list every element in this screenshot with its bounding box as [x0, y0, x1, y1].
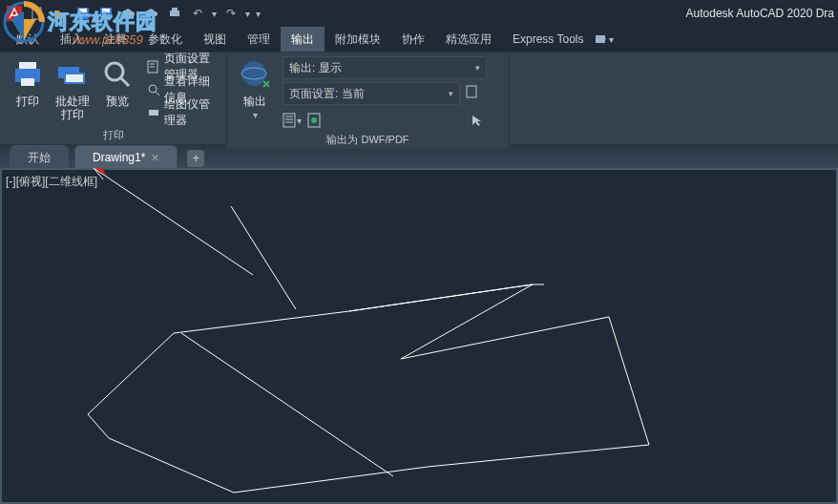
svg-rect-14: [66, 74, 83, 82]
close-icon[interactable]: ✕: [151, 152, 159, 164]
output-display-label: 输出: 显示: [289, 60, 342, 76]
page-edit-icon[interactable]: [463, 82, 482, 101]
ribbon: 打印 批处理 打印 预览 页面设置管理器 查看详细信息: [0, 52, 838, 144]
svg-rect-6: [170, 10, 179, 16]
tab-drawing1[interactable]: Drawing1* ✕: [74, 145, 178, 169]
watermark-url: www.pc0359: [73, 32, 143, 47]
chevron-down-icon: ▾: [475, 63, 480, 73]
plot-icon[interactable]: [166, 5, 183, 22]
svg-line-16: [121, 78, 129, 86]
cloud-open-icon[interactable]: [120, 5, 137, 22]
plotter-icon: [147, 105, 160, 120]
menu-parametric[interactable]: 参数化: [137, 27, 193, 52]
plotter-manager-button[interactable]: 绘图仪管理器: [143, 102, 217, 123]
plot-label: 打印: [16, 94, 39, 108]
plot-button[interactable]: 打印: [6, 56, 50, 125]
redo-dd-icon[interactable]: ▾: [245, 9, 250, 19]
svg-rect-1: [32, 8, 41, 19]
svg-point-28: [311, 117, 317, 123]
svg-rect-7: [172, 8, 178, 10]
export-label: 输出▾: [243, 94, 266, 122]
svg-line-29: [94, 168, 253, 275]
drawing-canvas: [0, 168, 838, 504]
ribbon-panel-export: 输出▾ 输出: 显示 ▾ 页面设置: 当前 ▾ ▾: [227, 52, 510, 144]
export-pdf-icon[interactable]: [305, 111, 325, 130]
page-setup-icon: [147, 59, 160, 74]
saveas-icon[interactable]: [97, 5, 115, 22]
preview-button[interactable]: 预览: [95, 56, 139, 125]
svg-rect-5: [102, 9, 110, 12]
svg-point-15: [106, 63, 123, 80]
save-icon[interactable]: [74, 5, 92, 22]
window-title: Autodesk AutoCAD 2020 Dra: [686, 0, 834, 27]
preview-label: 预览: [106, 94, 129, 108]
svg-line-31: [231, 206, 296, 309]
chevron-down-icon: ▾: [449, 89, 453, 98]
svg-rect-22: [149, 110, 158, 116]
menu-addins[interactable]: 附加模块: [325, 27, 391, 52]
svg-rect-10: [19, 62, 36, 69]
page-setting-label: 页面设置: 当前: [289, 86, 365, 102]
page-setting-dropdown[interactable]: 页面设置: 当前 ▾: [283, 82, 460, 105]
batch-plot-label: 批处理 打印: [55, 94, 90, 121]
menu-express[interactable]: Express Tools: [502, 27, 594, 52]
new-icon[interactable]: [29, 5, 46, 22]
export-icon: [239, 58, 271, 91]
svg-rect-3: [79, 9, 87, 12]
svg-rect-25: [467, 86, 476, 97]
export-dwf-icon[interactable]: ▾: [283, 111, 302, 130]
batch-plot-icon: [56, 58, 89, 91]
arrow-select-icon[interactable]: [468, 111, 487, 130]
svg-line-33: [349, 284, 533, 311]
app-menu-icon[interactable]: [6, 5, 23, 22]
title-bar: ↶▾ ↷▾ ▾ Autodesk AutoCAD 2020 Dra: [0, 0, 838, 27]
svg-rect-11: [21, 78, 34, 86]
menu-default[interactable]: 默认: [6, 27, 50, 52]
ribbon-panel-print: 打印 批处理 打印 预览 页面设置管理器 查看详细信息: [0, 52, 227, 144]
tab-start[interactable]: 开始: [10, 145, 69, 169]
print-small-col: 页面设置管理器 查看详细信息 绘图仪管理器: [139, 56, 220, 125]
plot-big-icon: [11, 58, 44, 91]
menu-collaborate[interactable]: 协作: [391, 27, 435, 52]
redo-icon[interactable]: ↷: [222, 5, 240, 22]
svg-rect-26: [283, 114, 295, 127]
menu-featured[interactable]: 精选应用: [435, 27, 502, 52]
svg-line-32: [181, 333, 393, 476]
menu-view[interactable]: 视图: [193, 27, 237, 52]
quick-access-toolbar: ↶▾ ↷▾ ▾: [0, 5, 266, 22]
batch-plot-button[interactable]: 批处理 打印: [50, 56, 95, 125]
undo-dd-icon[interactable]: ▾: [212, 9, 217, 19]
menu-manage[interactable]: 管理: [237, 27, 281, 52]
menu-play-icon[interactable]: ▾: [594, 29, 615, 50]
print-panel-title: 打印: [0, 125, 226, 144]
svg-point-20: [149, 85, 157, 93]
svg-point-23: [241, 61, 266, 86]
undo-icon[interactable]: ↶: [189, 5, 206, 22]
details-icon: [147, 82, 160, 97]
plotter-label: 绘图仪管理器: [164, 96, 213, 129]
output-display-dropdown[interactable]: 输出: 显示 ▾: [283, 56, 487, 79]
svg-line-21: [156, 92, 159, 95]
new-tab-button[interactable]: +: [187, 150, 204, 167]
cloud-save-icon[interactable]: [143, 5, 160, 22]
qat-customize-icon[interactable]: ▾: [256, 9, 261, 19]
preview-icon: [101, 58, 134, 91]
export-panel-title: 输出为 DWF/PDF: [227, 130, 509, 149]
menu-output[interactable]: 输出: [281, 27, 325, 52]
open-icon[interactable]: [52, 5, 69, 22]
export-dd-icon: ▾: [253, 110, 258, 120]
drawing-viewport[interactable]: [-][俯视][二维线框]: [0, 168, 838, 504]
export-button[interactable]: 输出▾: [233, 56, 277, 130]
